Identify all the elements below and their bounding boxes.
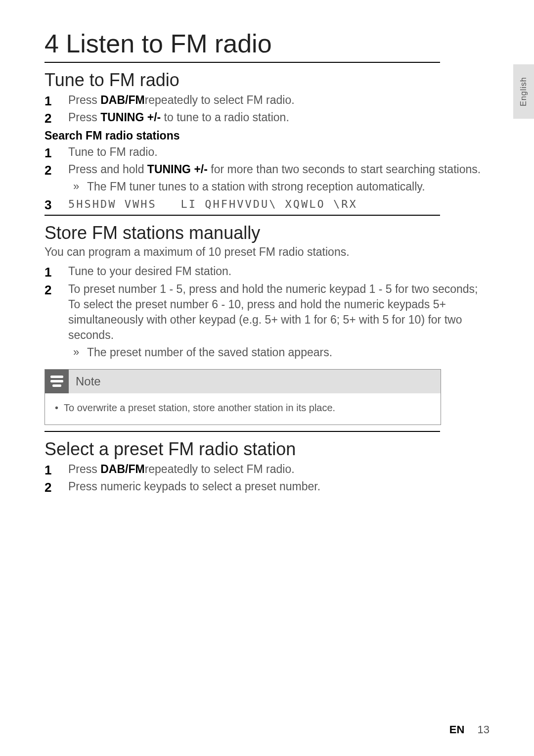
step-text: Tune to your desired FM station. (68, 265, 231, 278)
garbled-text: 5HSHDW VWHS LI QHFHVVDU\ XQWLO \RX (68, 198, 357, 210)
intro-text: You can program a maximum of 10 preset F… (44, 245, 490, 259)
result-item: The FM tuner tunes to a station with str… (68, 179, 490, 194)
footer-lang: EN (449, 723, 465, 736)
step-text: repeatedly to select FM radio. (145, 94, 295, 106)
step-text: Tune to FM radio. (68, 145, 158, 158)
divider (44, 215, 440, 216)
page-content: 4 Listen to FM radio Tune to FM radio Pr… (0, 0, 534, 516)
result-list: The preset number of the saved station a… (68, 345, 490, 360)
note-header: Note (45, 370, 441, 393)
step-item: Press and hold TUNING +/- for more than … (44, 162, 490, 194)
step-item: Tune to FM radio. (44, 144, 490, 160)
step-text: Press and hold (68, 163, 147, 176)
step-text: Press numeric keypads to select a preset… (68, 480, 320, 493)
result-item: The preset number of the saved station a… (68, 345, 490, 360)
note-body: To overwrite a preset station, store ano… (45, 393, 441, 425)
note-label: Note (76, 375, 101, 388)
footer-page: 13 (478, 723, 490, 736)
search-steps: Tune to FM radio. Press and hold TUNING … (44, 144, 490, 212)
tune-steps: Press DAB/FMrepeatedly to select FM radi… (44, 93, 490, 125)
note-box: Note To overwrite a preset station, stor… (44, 369, 441, 425)
step-text: to tune to a radio station. (161, 111, 289, 124)
step-item: To preset number 1 - 5, press and hold t… (44, 282, 490, 360)
step-text: To preset number 1 - 5, press and hold t… (68, 283, 478, 341)
step-item: Press DAB/FMrepeatedly to select FM radi… (44, 462, 490, 477)
note-body-text: To overwrite a preset station, store ano… (64, 402, 430, 414)
step-text: repeatedly to select FM radio. (145, 463, 295, 475)
section-title-select: Select a preset FM radio station (44, 439, 490, 460)
divider (44, 431, 440, 432)
step-item: Tune to your desired FM station. (44, 264, 490, 279)
page-footer: EN 13 (449, 723, 490, 736)
store-steps: Tune to your desired FM station. To pres… (44, 264, 490, 360)
divider (44, 62, 440, 63)
sub-heading-search: Search FM radio stations (44, 129, 490, 142)
select-steps: Press DAB/FMrepeatedly to select FM radi… (44, 462, 490, 494)
chapter-title: 4 Listen to FM radio (44, 30, 490, 58)
step-text: Press (68, 463, 100, 475)
step-bold: TUNING +/- (147, 163, 208, 176)
note-icon (45, 370, 69, 393)
step-item: 5HSHDW VWHS LI QHFHVVDU\ XQWLO \RX (44, 196, 490, 212)
step-bold: DAB/FM (100, 94, 144, 106)
step-text: for more than two seconds to start searc… (208, 163, 481, 176)
step-item: Press numeric keypads to select a preset… (44, 479, 490, 494)
step-item: Press TUNING +/- to tune to a radio stat… (44, 110, 490, 125)
step-text: Press (68, 94, 100, 106)
step-bold: DAB/FM (100, 463, 144, 475)
step-text: Press (68, 111, 100, 124)
section-title-tune: Tune to FM radio (44, 70, 490, 91)
section-title-store: Store FM stations manually (44, 223, 490, 243)
step-item: Press DAB/FMrepeatedly to select FM radi… (44, 93, 490, 108)
result-list: The FM tuner tunes to a station with str… (68, 179, 490, 194)
step-bold: TUNING +/- (100, 111, 161, 124)
